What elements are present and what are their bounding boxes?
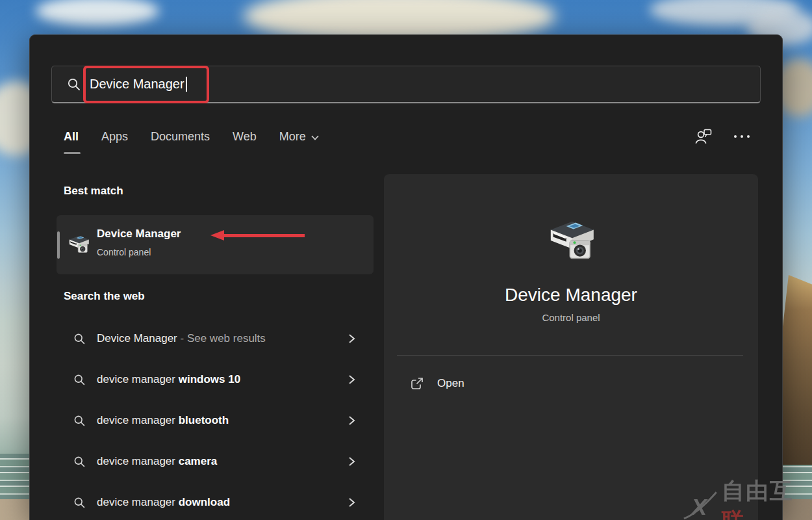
- search-input[interactable]: Device Manager: [51, 66, 761, 103]
- best-match-subtitle: Control panel: [97, 247, 151, 257]
- suggestion-text: device manager camera: [97, 455, 217, 468]
- chevron-right-icon: [346, 333, 357, 344]
- search-icon: [73, 333, 86, 345]
- suggestion-text: device manager bluetooth: [97, 414, 229, 427]
- chevron-right-icon: [346, 374, 357, 385]
- site-watermark: X 自由互联: [682, 476, 812, 520]
- device-manager-icon-large: [542, 212, 600, 269]
- red-annotation-arrow: [210, 230, 305, 240]
- chevron-right-icon: [346, 497, 357, 508]
- windows-search-flyout: Device Manager All Apps Documents Web Mo…: [29, 34, 783, 520]
- preview-subtitle: Control panel: [384, 312, 758, 323]
- account-feedback-icon[interactable]: [694, 127, 713, 146]
- arrow-head: [210, 230, 224, 240]
- search-query-text: Device Manager: [90, 77, 184, 92]
- search-icon: [67, 77, 81, 92]
- open-action[interactable]: Open: [400, 369, 742, 398]
- search-icon: [73, 497, 86, 509]
- scrollbar-thumb[interactable]: [57, 231, 60, 259]
- search-the-web-heading: Search the web: [64, 290, 145, 303]
- search-icon: [73, 456, 86, 468]
- web-suggestion-row[interactable]: device manager windows 10: [57, 361, 374, 398]
- suggestion-text: Device Manager - See web results: [97, 332, 266, 345]
- best-match-heading: Best match: [64, 185, 123, 198]
- open-label: Open: [437, 377, 464, 390]
- text-cursor: [186, 77, 187, 92]
- device-manager-icon: [66, 231, 92, 257]
- more-options-icon[interactable]: [733, 131, 751, 142]
- divider: [397, 355, 743, 356]
- suggestion-text: device manager windows 10: [97, 373, 240, 386]
- best-match-title: Device Manager: [97, 228, 181, 240]
- suggestion-text: device manager download: [97, 496, 230, 509]
- chevron-down-icon: [311, 134, 320, 142]
- web-suggestion-row[interactable]: device manager bluetooth: [57, 402, 374, 439]
- tab-documents[interactable]: Documents: [151, 130, 210, 144]
- search-icon: [73, 415, 86, 427]
- search-filter-tabs: All Apps Documents Web More: [64, 130, 320, 144]
- tab-apps[interactable]: Apps: [101, 130, 128, 144]
- web-suggestion-row[interactable]: Device Manager - See web results: [57, 320, 374, 357]
- tab-all[interactable]: All: [64, 130, 79, 144]
- web-suggestion-row[interactable]: device manager download: [57, 484, 374, 520]
- chevron-right-icon: [346, 415, 357, 426]
- tab-more[interactable]: More: [279, 130, 320, 144]
- arrow-shaft: [223, 234, 305, 237]
- watermark-text: 自由互联: [722, 476, 812, 520]
- watermark-x-logo: X: [682, 490, 718, 520]
- active-tab-indicator: [64, 152, 81, 154]
- preview-title: Device Manager: [384, 285, 758, 306]
- web-suggestion-row[interactable]: device manager camera: [57, 443, 374, 480]
- result-preview-pane: Device Manager Control panel Open: [384, 174, 758, 520]
- cloud: [36, 0, 159, 26]
- open-external-icon: [410, 376, 424, 391]
- tab-web[interactable]: Web: [233, 130, 257, 144]
- svg-text:X: X: [690, 494, 708, 520]
- chevron-right-icon: [346, 456, 357, 467]
- best-match-result[interactable]: Device Manager Control panel: [57, 215, 374, 274]
- search-icon: [73, 374, 86, 386]
- tab-more-label: More: [279, 130, 306, 144]
